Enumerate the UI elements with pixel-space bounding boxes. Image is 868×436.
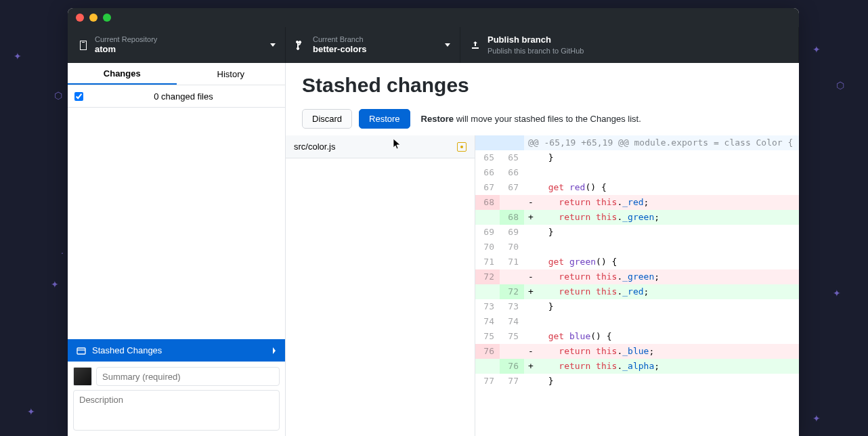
chevron-down-icon [270,43,276,47]
stashed-changes-bar[interactable]: Stashed Changes [68,339,285,362]
diff-line: 7070 [475,240,799,255]
repo-label: Current Repository [95,35,157,44]
bg-sparkle: ⬡ [54,90,62,101]
bg-sparkle: ✦ [14,51,22,62]
diff-file-path: src/color.js [294,141,335,152]
diff-line: 7474 [475,314,799,329]
diff-line: 6565 } [475,150,799,165]
restore-button[interactable]: Restore [359,109,410,129]
branch-value: better-colors [313,44,366,56]
cursor-pointer [393,138,402,150]
bg-sparkle: ⬡ [836,80,844,91]
diff-line: 68+ return this._green; [475,210,799,225]
changes-header: 0 changed files [68,85,285,108]
publish-sub: Publish this branch to GitHub [487,46,584,56]
repo-value: atom [95,44,157,56]
file-list [68,108,285,339]
diff-line: 76- return this._blue; [475,344,799,359]
titlebar [68,8,799,27]
chevron-right-icon [272,347,277,355]
page-title: Stashed changes [302,74,783,97]
diff-line: 72+ return this._red; [475,284,799,299]
svg-rect-0 [77,348,85,354]
main-area: Stashed changes Discard Restore Restore … [286,63,799,436]
diff-file-item[interactable]: src/color.js [286,135,475,158]
branch-label: Current Branch [313,35,366,44]
diff-file-list: src/color.js [286,135,475,436]
modified-icon [457,142,466,152]
bg-sparkle: ✦ [812,413,821,424]
close-button[interactable] [76,14,84,22]
repo-icon [77,40,88,51]
diff-viewer[interactable]: @@ -65,19 +65,19 @@ module.exports = cla… [475,135,799,436]
diff-line: 7575 get blue() { [475,329,799,344]
commit-form [68,362,285,436]
avatar [73,367,92,386]
diff-line: 6969 } [475,225,799,240]
diff-line: 68- return this._red; [475,195,799,210]
restore-description: Restore will move your stashed files to … [421,114,641,124]
changed-files-count: 0 changed files [89,91,278,102]
diff-hunk-header: @@ -65,19 +65,19 @@ module.exports = cla… [475,135,799,150]
description-input[interactable] [73,390,280,431]
repo-selector[interactable]: Current Repository atom [68,27,286,63]
sidebar: Changes History 0 changed files Stashed … [68,63,286,436]
diff-line: 7777 } [475,374,799,389]
publish-label: Publish branch [487,35,584,46]
publish-button[interactable]: Publish branch Publish this branch to Gi… [460,27,799,63]
branch-selector[interactable]: Current Branch better-colors [286,27,460,63]
cloud-upload-icon [470,40,481,51]
diff-line: 72- return this._green; [475,269,799,284]
tab-history[interactable]: History [177,63,286,85]
diff-line: 7171 get green() { [475,255,799,269]
summary-input[interactable] [96,367,280,386]
minimize-button[interactable] [89,14,97,22]
chevron-down-icon [445,43,450,47]
stash-icon [76,345,87,356]
bg-sparkle: ✦ [27,406,35,417]
toolbar: Current Repository atom Current Branch b… [68,27,799,63]
app-window: Current Repository atom Current Branch b… [68,8,799,436]
tab-changes[interactable]: Changes [68,63,177,85]
bg-sparkle: ✦ [812,44,821,55]
diff-line: 6666 [475,165,799,180]
bg-sparkle: ✦ [833,288,841,299]
diff-line: 76+ return this._alpha; [475,359,799,374]
bg-sparkle: ✦ [51,279,59,290]
sidebar-tabs: Changes History [68,63,285,85]
diff-line: 6767 get red() { [475,180,799,195]
discard-button[interactable]: Discard [302,109,352,129]
maximize-button[interactable] [103,14,111,22]
stashed-label: Stashed Changes [92,345,162,355]
diff-line: 7373 } [475,299,799,314]
branch-icon [295,40,306,51]
select-all-checkbox[interactable] [74,92,83,101]
bg-sparkle: · [61,247,64,258]
